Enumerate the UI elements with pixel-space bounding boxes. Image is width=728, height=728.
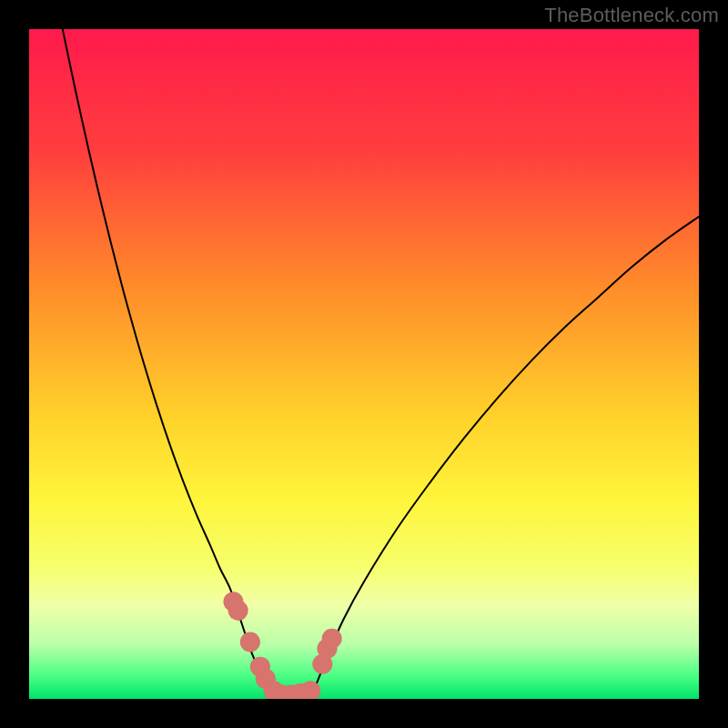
chart-frame: TheBottleneck.com [0,0,728,728]
watermark-text: TheBottleneck.com [544,4,719,27]
marker-point [228,601,248,621]
chart-svg [29,29,699,699]
plot-area [29,29,699,699]
marker-point [322,629,342,649]
gradient-background [29,29,699,699]
marker-point [240,632,260,652]
